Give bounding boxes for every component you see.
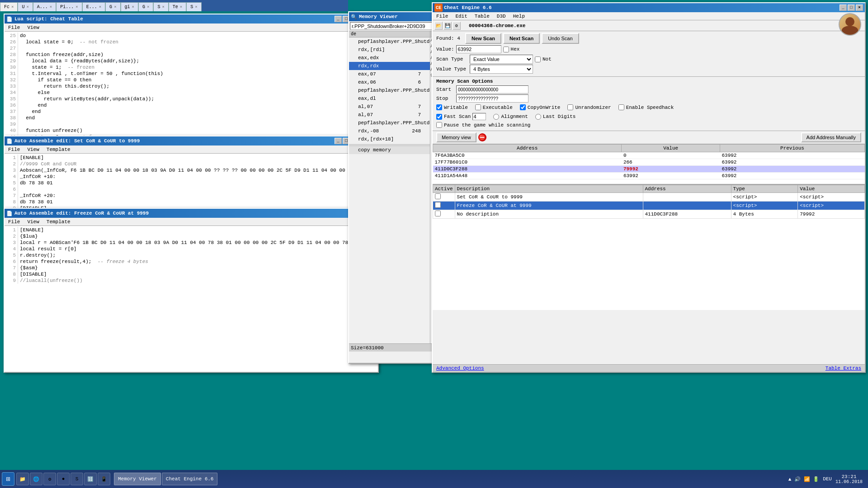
ce-copyonwrite-checkbox[interactable] bbox=[520, 104, 526, 110]
taskbar-chrome-icon[interactable]: ● bbox=[57, 473, 70, 485]
ce-menu-table[interactable]: Table bbox=[471, 13, 493, 20]
undo-scan-button[interactable]: Undo Scan bbox=[542, 33, 579, 44]
addr-active-1[interactable] bbox=[433, 202, 455, 210]
ce-hex-label: Hex bbox=[511, 47, 520, 52]
taskbar-file-explorer-icon[interactable]: 📁 bbox=[16, 473, 29, 485]
ctx-item-10[interactable]: pepflashplayer.PPP_Shutdown bbox=[349, 119, 430, 127]
addr-checkbox-0[interactable] bbox=[435, 193, 441, 199]
addr-checkbox-2[interactable] bbox=[435, 211, 441, 216]
next-scan-button[interactable]: Next Scan bbox=[503, 33, 540, 44]
ce-close-btn[interactable]: × bbox=[856, 5, 863, 11]
addr-row-2[interactable]: No description 411D0C3F288 4 Bytes 79992 bbox=[433, 210, 865, 219]
lua-minimize-btn[interactable]: _ bbox=[335, 16, 342, 22]
copy-memory-btn[interactable]: copy memory bbox=[349, 145, 430, 154]
asm1-menu-template[interactable]: Template bbox=[43, 146, 74, 153]
taskbar-memview-item[interactable]: Memory Viewer bbox=[114, 473, 161, 485]
taskbar-misc-icon[interactable]: 📱 bbox=[98, 473, 110, 485]
ce-toolbar-open[interactable]: 📂 bbox=[434, 22, 443, 30]
browser-tab-s2[interactable]: S× bbox=[186, 2, 201, 11]
taskbar-steam-icon[interactable]: S bbox=[71, 473, 83, 485]
ctx-item-1[interactable]: rdx,[rdi] bbox=[349, 46, 430, 54]
result-row-0[interactable]: 7F6A3BA5C0 0 63992 bbox=[433, 152, 865, 159]
ctx-item-2[interactable]: eax,edx bbox=[349, 54, 430, 62]
browser-tab-a[interactable]: A...× bbox=[33, 2, 56, 11]
browser-tab-u[interactable]: U× bbox=[18, 2, 33, 11]
taskbar-ie-icon[interactable]: 🌐 bbox=[30, 473, 42, 485]
asm1-menu-file[interactable]: File bbox=[5, 146, 24, 153]
ce-table-extras[interactable]: Table Extras bbox=[826, 366, 861, 371]
ce-writable-checkbox[interactable] bbox=[436, 104, 442, 110]
ce-value-input[interactable] bbox=[456, 45, 501, 53]
ctx-item-7[interactable]: eax,dl bbox=[349, 94, 430, 103]
ce-fastscan-checkbox[interactable] bbox=[436, 114, 442, 120]
ce-pause-checkbox[interactable] bbox=[436, 122, 442, 128]
browser-tab-e[interactable]: E...× bbox=[82, 2, 105, 11]
ctx-item-0[interactable]: pepflashplayer.PPP_Shutdown bbox=[349, 38, 430, 46]
lua-menu-view[interactable]: View bbox=[24, 24, 42, 31]
ce-minimize-btn[interactable]: _ bbox=[840, 5, 847, 11]
ctx-item-4[interactable]: eax,077 bbox=[349, 70, 430, 78]
ctx-item-12[interactable]: rdx,[rdx+18] bbox=[349, 135, 430, 143]
ce-fastscan-value[interactable] bbox=[472, 113, 486, 120]
browser-tab-gi[interactable]: gi× bbox=[121, 2, 138, 11]
ce-menu-file[interactable]: File bbox=[433, 13, 452, 20]
asm1-minimize-btn[interactable]: _ bbox=[335, 138, 342, 144]
ce-value-type-select[interactable]: 4 Bytes bbox=[470, 65, 533, 74]
asm1-menu-view[interactable]: View bbox=[24, 146, 42, 153]
ce-alignment-radio[interactable] bbox=[493, 114, 499, 120]
result-row-1[interactable]: 17F77B601C0 266 63992 bbox=[433, 159, 865, 166]
memory-view-button[interactable]: Memory view bbox=[436, 132, 476, 142]
ce-menu-d3d[interactable]: D3D bbox=[493, 13, 509, 20]
browser-tab-s[interactable]: S× bbox=[153, 2, 168, 11]
lua-menu-file[interactable]: File bbox=[5, 24, 24, 31]
ctx-item-6[interactable]: pepflashplayer.PPP_Shutdown bbox=[349, 86, 430, 94]
asm1-code-area[interactable]: 1[ENABLE] 2//9999 CoR and CoUR 3Aobscan(… bbox=[5, 154, 360, 214]
ce-maximize-btn[interactable]: □ bbox=[848, 5, 855, 11]
taskbar-ce-item[interactable]: Cheat Engine 6.6 bbox=[162, 473, 218, 485]
ce-executable-checkbox[interactable] bbox=[475, 104, 481, 110]
ce-menu-edit[interactable]: Edit bbox=[452, 13, 471, 20]
ctx-item-9[interactable]: al,077 bbox=[349, 111, 430, 119]
ce-results-table: Address Value Previous 7F6A3BA5C0 0 6399… bbox=[433, 144, 865, 179]
ce-toolbar-settings[interactable]: ⚙ bbox=[453, 22, 461, 30]
addr-active-0[interactable] bbox=[433, 193, 455, 202]
browser-tab-fc[interactable]: Fc× bbox=[0, 2, 18, 11]
stop-icon[interactable]: ⛔ bbox=[478, 133, 486, 141]
ce-advanced-options[interactable]: Advanced Options bbox=[436, 366, 484, 371]
browser-tab-g[interactable]: G× bbox=[105, 2, 120, 11]
browser-tab-te[interactable]: Te× bbox=[169, 2, 186, 11]
addr-checkbox-1[interactable] bbox=[435, 202, 441, 208]
ce-toolbar-save[interactable]: 💾 bbox=[443, 22, 452, 30]
result-row-2[interactable]: 411D0C3F288 79992 63992 bbox=[433, 166, 865, 173]
ce-not-checkbox[interactable] bbox=[535, 56, 541, 62]
ctx-item-8[interactable]: al,077 bbox=[349, 103, 430, 111]
addr-active-2[interactable] bbox=[433, 210, 455, 219]
ce-lastdigits-radio[interactable] bbox=[535, 114, 541, 120]
taskbar-calc-icon[interactable]: 🔢 bbox=[84, 473, 97, 485]
asm2-menu-view[interactable]: View bbox=[24, 218, 42, 225]
add-address-button[interactable]: Add Address Manually bbox=[801, 132, 861, 142]
start-button[interactable]: ⊞ bbox=[2, 472, 14, 486]
ce-stop-input[interactable] bbox=[456, 94, 528, 103]
ce-speedhack-checkbox[interactable] bbox=[618, 104, 624, 110]
ctx-item-5[interactable]: eax,066 bbox=[349, 78, 430, 86]
browser-tab-pi[interactable]: Pi...× bbox=[56, 2, 82, 11]
new-scan-button[interactable]: New Scan bbox=[465, 33, 501, 44]
addr-row-0[interactable]: Set CoR & CoUR to 9999 <script> <script> bbox=[433, 193, 865, 202]
ce-scan-type-select[interactable]: Exact Value bbox=[470, 55, 533, 64]
ce-menu-help[interactable]: Help bbox=[509, 13, 528, 20]
result-row-3[interactable]: 411D1A54A48 63992 63992 bbox=[433, 173, 865, 179]
taskbar-settings-icon[interactable]: ⚙ bbox=[43, 473, 56, 485]
ctx-item-11[interactable]: rdx,-08248 bbox=[349, 127, 430, 135]
asm2-menu-template[interactable]: Template bbox=[43, 218, 74, 225]
ctx-item-3[interactable]: rdx,rdx bbox=[349, 62, 430, 70]
ce-hex-checkbox[interactable] bbox=[503, 47, 509, 52]
browser-tab-g2[interactable]: G× bbox=[138, 2, 153, 11]
ce-start-input[interactable] bbox=[456, 85, 528, 94]
results-th-value: Value bbox=[622, 145, 720, 152]
ce-unrandomizer-checkbox[interactable] bbox=[567, 104, 573, 110]
addr-row-1[interactable]: Freeze CoR & CoUR at 9999 <script> <scri… bbox=[433, 202, 865, 210]
asm2-code-area[interactable]: 1[ENABLE] 2{$lua} 3local r = AOBScan'F6 … bbox=[5, 226, 378, 372]
lua-code-area[interactable]: 25do 26 local state = 0; -- not frozen 2… bbox=[5, 32, 360, 141]
asm2-menu-file[interactable]: File bbox=[5, 218, 24, 225]
